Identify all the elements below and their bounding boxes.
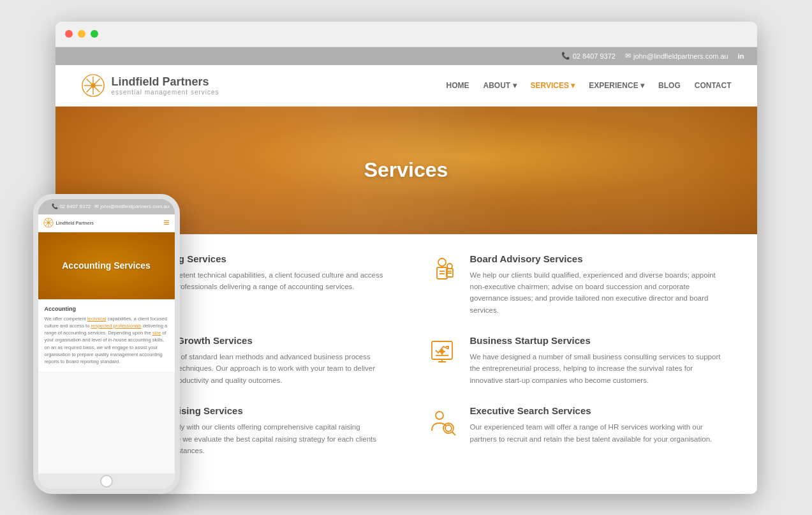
- services-grid: Accounting Services We offer competent t…: [87, 253, 725, 457]
- nav-links: HOME ABOUT ▾ SERVICES ▾ EXPERIENCE ▾ BLO…: [447, 81, 732, 90]
- phone-bar-item: 📞 02 8407 9372: [561, 52, 616, 60]
- mobile-hero-title: Accounting Services: [62, 260, 151, 271]
- mobile-mockup: 📞 02 8407 9372 ✉ john@lindfieldpartners.…: [33, 194, 180, 494]
- svg-point-37: [445, 425, 452, 431]
- mobile-brand-logo-icon: [43, 218, 54, 228]
- executive-icon: [425, 405, 459, 438]
- main-navigation: Lindfield Partners essential management …: [55, 65, 757, 107]
- nav-services[interactable]: SERVICES ▾: [531, 81, 575, 90]
- mobile-email-address: john@lindfieldpartners.com.au: [100, 204, 169, 209]
- service-item-startup: Business Startup Services We have design…: [425, 335, 725, 386]
- mobile-brand-name: Lindfield Partners: [56, 221, 94, 225]
- startup-icon: [425, 335, 459, 368]
- mobile-menu-icon[interactable]: ≡: [163, 217, 169, 228]
- startup-title: Business Startup Services: [470, 335, 725, 346]
- executive-content: Executive Search Services Our experience…: [470, 405, 725, 445]
- email-address: john@lindfieldpartners.com.au: [633, 52, 728, 60]
- service-item-board: Board Advisory Services We help our clie…: [425, 253, 725, 317]
- phone-number: 02 8407 9372: [573, 52, 616, 60]
- mobile-bottom-bar: [38, 474, 175, 489]
- svg-point-23: [447, 264, 452, 269]
- nav-experience[interactable]: EXPERIENCE ▾: [589, 81, 644, 90]
- nav-contact[interactable]: CONTACT: [695, 81, 732, 90]
- brand-logo-icon: [81, 73, 105, 98]
- svg-point-43: [47, 221, 49, 223]
- svg-line-36: [452, 432, 455, 435]
- logo-area[interactable]: Lindfield Partners essential management …: [81, 73, 219, 98]
- brand-tagline: essential management services: [112, 89, 219, 96]
- executive-title: Executive Search Services: [470, 405, 725, 416]
- svg-point-34: [436, 412, 443, 419]
- mobile-phone-icon: 📞: [52, 204, 58, 209]
- linkedin-bar-item[interactable]: in: [738, 52, 744, 60]
- mobile-accounting-text: We offer competent technical capabilitie…: [45, 315, 168, 366]
- email-bar-item: ✉ john@lindfieldpartners.com.au: [625, 52, 728, 60]
- executive-description: Our experienced team will offer a range …: [470, 421, 725, 445]
- startup-description: We have designed a number of small busin…: [470, 351, 725, 386]
- mobile-top-bar: 📞 02 8407 9372 ✉ john@lindfieldpartners.…: [38, 199, 175, 214]
- mobile-email-icon: ✉: [94, 204, 99, 209]
- mobile-logo-area[interactable]: Lindfield Partners: [43, 218, 94, 228]
- svg-point-16: [438, 258, 446, 266]
- top-bar: 📞 02 8407 9372 ✉ john@lindfieldpartners.…: [55, 47, 757, 65]
- browser-chrome: [55, 22, 757, 47]
- phone-icon: 📞: [561, 52, 570, 60]
- mobile-phone-item: 📞 02 8407 9372: [52, 204, 91, 209]
- svg-rect-17: [437, 267, 447, 279]
- mobile-nav: Lindfield Partners ≡: [38, 214, 175, 232]
- startup-content: Business Startup Services We have design…: [470, 335, 725, 386]
- hero-title: Services: [364, 158, 448, 182]
- mobile-hero: Accounting Services: [38, 232, 175, 299]
- mobile-content: Accounting We offer competent technical …: [38, 299, 175, 372]
- board-description: We help our clients build qualified, exp…: [470, 269, 725, 317]
- board-icon: [425, 253, 459, 287]
- email-icon: ✉: [625, 52, 631, 60]
- browser-close-dot[interactable]: [65, 30, 73, 38]
- mobile-home-button[interactable]: [100, 475, 113, 488]
- brand-name: Lindfield Partners: [112, 75, 209, 88]
- browser-minimize-dot[interactable]: [78, 30, 85, 38]
- nav-blog[interactable]: BLOG: [658, 81, 681, 90]
- board-content: Board Advisory Services We help our clie…: [470, 253, 725, 317]
- mobile-accounting-title: Accounting: [45, 306, 168, 312]
- mobile-email-item: ✉ john@lindfieldpartners.com.au: [94, 204, 169, 209]
- nav-home[interactable]: HOME: [447, 81, 469, 90]
- board-title: Board Advisory Services: [470, 253, 725, 264]
- service-item-executive: Executive Search Services Our experience…: [425, 405, 725, 456]
- mobile-phone-number: 02 8407 9372: [59, 204, 91, 209]
- svg-point-5: [91, 83, 96, 88]
- linkedin-icon: in: [738, 52, 744, 60]
- browser-maximize-dot[interactable]: [91, 30, 98, 38]
- nav-about[interactable]: ABOUT ▾: [484, 81, 517, 90]
